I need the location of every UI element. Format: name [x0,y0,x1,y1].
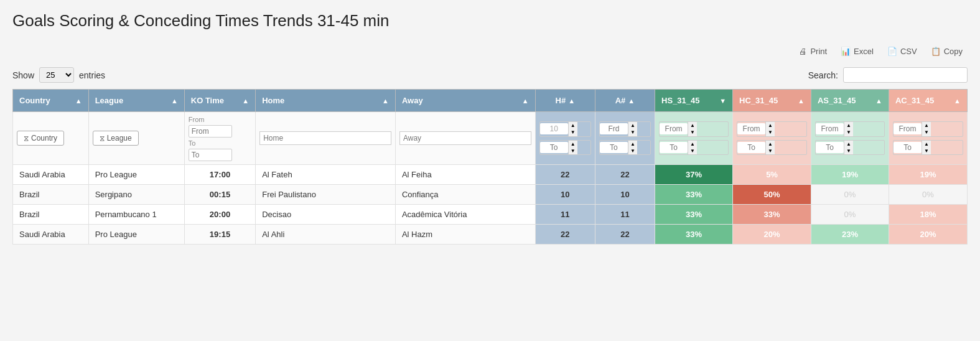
h-hash-to-spin-down[interactable]: ▼ [568,147,577,154]
sort-away-btn[interactable]: ▲ [522,97,529,105]
sort-h-hash-btn[interactable]: ▲ [568,97,575,105]
league-cell: Pro League [88,225,184,245]
hc-from-input[interactable] [737,123,765,134]
h-hash-spin-down[interactable]: ▼ [568,129,577,136]
hc-spin-down[interactable]: ▼ [765,129,775,136]
print-button[interactable]: 🖨 Print [794,44,832,58]
th-as: AS_31_45 ▲ [811,90,889,112]
table-row: Saudi ArabiaPro League19:15Al AhliAl Haz… [13,225,968,245]
a-hash-to-spin-down[interactable]: ▼ [628,147,637,154]
page-title: Goals Scoring & Conceding Times Trends 3… [12,11,968,30]
country-filter-label: Country [31,134,57,142]
entries-label: entries [79,70,105,80]
sort-as-btn[interactable]: ▲ [875,97,882,105]
sort-league-btn[interactable]: ▲ [171,97,178,105]
copy-button[interactable]: 📋 Copy [926,44,968,58]
as-cell: 0% [811,205,889,225]
hs-from-input[interactable] [660,123,688,134]
ko-time-cell: 00:15 [184,185,255,205]
hc-to-spin-up[interactable]: ▲ [765,141,775,147]
filter-hs-cell: ▲ ▼ ▲ ▼ [655,112,733,165]
ac-cell: 0% [889,185,967,205]
h-num-cell: 10 [535,185,595,205]
country-cell: Brazil [13,205,89,225]
as-to-spin-down[interactable]: ▼ [844,147,853,154]
filter-hc-cell: ▲ ▼ ▲ ▼ [733,112,811,165]
ac-cell: 19% [889,165,967,185]
sort-home-btn[interactable]: ▲ [382,97,389,105]
ac-to-spin-down[interactable]: ▼ [922,147,931,154]
excel-button[interactable]: 📊 Excel [836,44,879,58]
hs-cell: 33% [655,225,733,245]
ac-to-spin-up[interactable]: ▲ [922,141,931,147]
ko-to-input[interactable] [189,149,232,161]
a-hash-to-input[interactable] [600,142,628,153]
from-label: From [189,115,251,124]
print-label: Print [810,47,827,56]
sort-a-hash-btn[interactable]: ▲ [628,97,635,105]
hs-to-spin-up[interactable]: ▲ [688,141,697,147]
search-input[interactable] [843,67,968,83]
ac-spin-up[interactable]: ▲ [922,122,931,129]
hs-spin-up[interactable]: ▲ [688,122,697,129]
hs-to-input[interactable] [660,142,688,153]
as-spin-down[interactable]: ▼ [844,129,853,136]
hc-to-spin-down[interactable]: ▼ [765,147,775,154]
th-away: Away ▲ [395,90,535,112]
search-area: Search: [808,67,968,83]
hs-cell: 33% [655,185,733,205]
hc-spin-up[interactable]: ▲ [765,122,775,129]
a-hash-to-spin-up[interactable]: ▲ [628,141,637,147]
filter-away-cell [395,112,535,165]
away-cell: Confiança [395,185,535,205]
entries-select[interactable]: 25 10 50 100 [39,67,74,83]
as-spin-up[interactable]: ▲ [844,122,853,129]
h-hash-to-spin-up[interactable]: ▲ [568,141,577,147]
a-hash-from-input[interactable] [600,123,628,134]
country-cell: Saudi Arabia [13,225,89,245]
ac-to-input[interactable] [894,142,922,153]
print-icon: 🖨 [799,47,807,56]
hs-cell: 33% [655,205,733,225]
league-filter-button[interactable]: ⧖ League [93,131,139,146]
hc-to-input[interactable] [737,142,765,153]
filter-h-hash-cell: ▲ ▼ ▲ ▼ [535,112,595,165]
as-cell: 0% [811,185,889,205]
h-num-cell: 22 [535,225,595,245]
ko-from-input[interactable] [189,125,232,138]
sort-ko-btn[interactable]: ▲ [242,97,249,105]
a-hash-spin-down[interactable]: ▼ [628,129,637,136]
ac-from-input[interactable] [894,123,922,134]
csv-button[interactable]: 📄 CSV [882,44,922,58]
h-hash-from-input[interactable] [540,123,568,134]
th-h-hash: H# ▲ [535,90,595,112]
home-cell: Frei Paulistano [256,185,396,205]
h-hash-spin-up[interactable]: ▲ [568,122,577,129]
country-filter-button[interactable]: ⧖ Country [17,131,64,146]
sort-ac-btn[interactable]: ▲ [954,97,961,105]
hs-to-spin-down[interactable]: ▼ [688,147,697,154]
h-hash-to-input[interactable] [540,142,568,153]
country-cell: Saudi Arabia [13,165,89,185]
h-num-cell: 22 [535,165,595,185]
copy-icon: 📋 [931,47,941,56]
sort-country-btn[interactable]: ▲ [75,97,82,105]
table-row: BrazilPernambucano 120:00DecisaoAcadêmic… [13,205,968,225]
sort-hc-btn[interactable]: ▲ [798,97,805,105]
ko-time-cell: 17:00 [184,165,255,185]
as-to-spin-up[interactable]: ▲ [844,141,853,147]
as-to-input[interactable] [816,142,844,153]
ac-spin-down[interactable]: ▼ [922,129,931,136]
toolbar: 🖨 Print 📊 Excel 📄 CSV 📋 Copy [12,44,968,58]
ac-cell: 18% [889,205,967,225]
excel-label: Excel [854,47,874,56]
away-cell: Al Feiha [395,165,535,185]
away-filter-input[interactable] [399,131,531,145]
home-filter-input[interactable] [259,131,391,145]
sort-hs-btn[interactable]: ▼ [719,97,726,105]
excel-icon: 📊 [841,47,851,56]
a-hash-spin-up[interactable]: ▲ [628,122,637,129]
as-from-input[interactable] [816,123,844,134]
hs-spin-down[interactable]: ▼ [688,129,697,136]
th-hc: HC_31_45 ▲ [733,90,811,112]
